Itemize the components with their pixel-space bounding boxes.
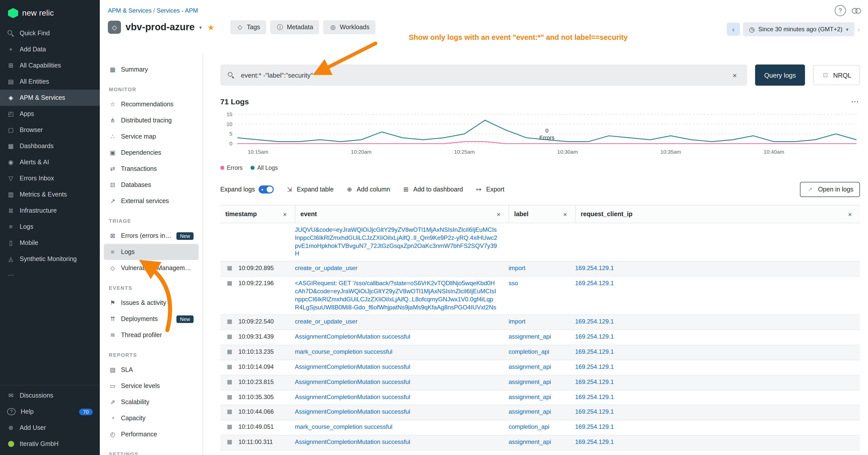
subnav-item[interactable]: Transactions [104, 161, 198, 177]
sidebar-item[interactable]: Errors Inbox [0, 170, 100, 187]
log-label-link[interactable]: assignment_api [508, 438, 551, 446]
sidebar-item[interactable]: Infrastructure [0, 202, 100, 219]
log-event-link[interactable]: AssignmentCompletionMutation successful [295, 333, 410, 340]
subnav-item[interactable]: Dependencies [104, 144, 198, 161]
sidebar-item[interactable]: Logs [0, 219, 100, 235]
log-ip-link[interactable]: 169.254.129.1 [575, 280, 614, 287]
log-ip-link[interactable]: 169.254.129.1 [575, 265, 614, 272]
subnav-item[interactable]: SLA [104, 362, 198, 378]
permalink-icon[interactable] [852, 8, 861, 13]
legend-item[interactable]: Errors [220, 165, 243, 171]
row-checkbox[interactable] [227, 425, 232, 429]
subnav-item[interactable]: Recommendations [104, 96, 198, 112]
subnav-item[interactable]: Performance [104, 426, 198, 443]
table-row[interactable]: 10:11:00.311 AssignmentCompletionMutatio… [220, 435, 860, 451]
table-row[interactable]: 10:10:35.305 AssignmentCompletionMutatio… [220, 390, 860, 405]
export-button[interactable]: Export [475, 186, 504, 193]
log-ip-link[interactable]: 169.254.129.1 [575, 438, 614, 446]
add-to-dashboard-button[interactable]: Add to dashboard [402, 186, 463, 193]
log-label-link[interactable]: assignment_api [508, 363, 551, 370]
log-event-link[interactable]: create_or_update_user [295, 318, 358, 325]
log-label-link[interactable]: import [508, 265, 526, 272]
sidebar-item[interactable]: Alerts & AI [0, 154, 100, 170]
sidebar-item[interactable]: All Capabilities [0, 58, 100, 73]
row-checkbox[interactable] [227, 281, 232, 286]
table-row[interactable]: 10:10:23.815 AssignmentCompletionMutatio… [220, 376, 860, 390]
remove-column-button[interactable]: × [845, 210, 855, 219]
row-checkbox[interactable] [227, 350, 232, 354]
log-label-link[interactable]: completion_api [508, 423, 549, 430]
subnav-item[interactable]: Databases [104, 177, 198, 193]
log-label-link[interactable]: assignment_api [508, 409, 551, 416]
breadcrumb-link-apm[interactable]: APM & Services [108, 7, 152, 14]
log-event-link[interactable]: JUQVU&code=eyJraWQiOiJjcGltY29yZV8wOTl1M… [295, 226, 497, 257]
subnav-item[interactable]: Distributed tracing [104, 112, 198, 129]
table-row[interactable]: 10:09:31.439 AssignmentCompletionMutatio… [220, 330, 860, 346]
chart-options-menu[interactable]: ⋯ [851, 97, 860, 106]
sidebar-footer-item[interactable]: Discussions [0, 388, 100, 403]
table-row[interactable]: 10:10:13.235 mark_course_completion succ… [220, 345, 860, 360]
row-checkbox[interactable] [227, 320, 232, 324]
log-ip-link[interactable]: 169.254.129.1 [575, 363, 614, 370]
table-row[interactable]: 10:09:22.196 <ASGIRequest: GET '/sso/cal… [220, 277, 860, 315]
log-ip-link[interactable]: 169.254.129.1 [575, 333, 614, 340]
sidebar-item[interactable]: Quick Find [0, 25, 100, 41]
time-back-button[interactable]: ‹ [727, 23, 740, 36]
subnav-item[interactable]: Capacity [104, 410, 198, 426]
sidebar-item[interactable]: APM & Services [0, 90, 100, 106]
table-row[interactable]: 10:09:20.895 create_or_update_user impor… [220, 262, 860, 277]
row-checkbox[interactable] [227, 365, 232, 369]
subnav-item[interactable]: Service map [104, 129, 198, 144]
log-event-link[interactable]: <ASGIRequest: GET '/sso/callback/?state=… [295, 280, 496, 311]
subnav-item[interactable]: Vulnerability Management [104, 260, 198, 276]
log-label-link[interactable]: assignment_api [508, 379, 551, 386]
subnav-item[interactable]: Scalability [104, 394, 198, 410]
log-label-link[interactable]: assignment_api [508, 393, 551, 400]
log-label-link[interactable]: sso [508, 280, 518, 287]
entity-action-button[interactable]: Tags [230, 20, 266, 34]
row-checkbox[interactable] [227, 395, 232, 399]
subnav-item[interactable]: Summary [104, 62, 198, 77]
log-event-link[interactable]: mark_course_completion successful [295, 423, 393, 430]
row-checkbox[interactable] [227, 410, 232, 415]
row-checkbox[interactable] [227, 440, 232, 445]
sidebar-footer-item[interactable]: Add User [0, 420, 100, 436]
remove-column-button[interactable]: × [560, 210, 570, 219]
subnav-item[interactable]: Thread profiler [104, 327, 198, 343]
log-label-link[interactable]: completion_api [508, 348, 549, 355]
subnav-item[interactable]: Service levels [104, 378, 198, 394]
entity-action-button[interactable]: Metadata [270, 20, 319, 34]
sidebar-item[interactable]: All Entities [0, 73, 100, 90]
log-ip-link[interactable]: 169.254.129.1 [575, 318, 614, 325]
open-in-logs-button[interactable]: Open in logs [800, 182, 860, 197]
entity-dropdown-chevron-icon[interactable]: ▾ [199, 25, 202, 30]
log-label-link[interactable]: import [508, 318, 526, 325]
log-event-link[interactable]: AssignmentCompletionMutation successful [295, 379, 410, 386]
log-event-link[interactable]: AssignmentCompletionMutation successful [295, 438, 410, 446]
log-label-link[interactable]: assignment_api [508, 333, 551, 340]
log-query-input[interactable] [240, 71, 724, 79]
time-forward-button[interactable]: › [858, 25, 860, 33]
sidebar-item[interactable]: Mobile [0, 235, 100, 251]
sidebar-item[interactable]: Add Data [0, 41, 100, 58]
log-event-link[interactable]: AssignmentCompletionMutation successful [295, 363, 410, 370]
expand-logs-toggle[interactable] [258, 186, 274, 194]
table-row[interactable]: 10:10:49.051 mark_course_completion succ… [220, 421, 860, 435]
clear-query-button[interactable]: × [730, 70, 740, 80]
log-ip-link[interactable]: 169.254.129.1 [575, 423, 614, 430]
subnav-item[interactable]: Logs [104, 244, 198, 260]
query-logs-button[interactable]: Query logs [755, 65, 805, 86]
sidebar-item[interactable]: Apps [0, 106, 100, 122]
favorite-star-icon[interactable]: ★ [208, 23, 215, 32]
subnav-item[interactable]: Issues & activity [104, 295, 198, 311]
log-event-link[interactable]: AssignmentCompletionMutation successful [295, 409, 410, 416]
add-column-button[interactable]: Add column [346, 186, 390, 193]
log-event-link[interactable]: create_or_update_user [295, 265, 358, 272]
subnav-item[interactable]: External services [104, 193, 198, 209]
sidebar-item[interactable]: Dashboards [0, 138, 100, 154]
table-row[interactable]: 10:09:22.540 create_or_update_user impor… [220, 315, 860, 330]
log-ip-link[interactable]: 169.254.129.1 [575, 348, 614, 355]
row-checkbox[interactable] [227, 266, 232, 271]
table-row[interactable]: 10:10:44.066 AssignmentCompletionMutatio… [220, 405, 860, 421]
log-ip-link[interactable]: 169.254.129.1 [575, 393, 614, 400]
